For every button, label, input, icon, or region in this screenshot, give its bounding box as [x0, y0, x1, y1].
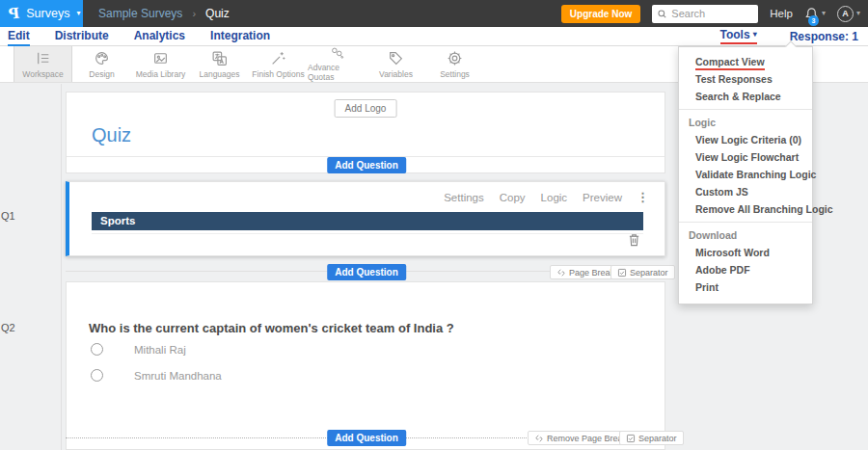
toolbar-item-label: Advance Quotas: [308, 63, 366, 82]
chevron-down-icon: ▾: [76, 10, 80, 17]
separator-button-bottom[interactable]: Separator: [619, 431, 684, 445]
menu-item-validate-branching-logic[interactable]: Validate Branching Logic: [679, 166, 812, 183]
question-gutter-q1: Q1: [1, 210, 15, 222]
response-count[interactable]: Response: 1: [790, 30, 858, 43]
settings-icon: [447, 50, 463, 66]
question-copy-link[interactable]: Copy: [500, 192, 526, 203]
product-name: Surveys: [26, 7, 69, 20]
question-action-bar: Settings Copy Logic Preview: [444, 192, 622, 203]
toolbar-item-finish-options[interactable]: Finish Options: [249, 46, 308, 82]
add-question-button-bottom[interactable]: Add Question: [327, 430, 406, 446]
global-search: [652, 5, 758, 23]
toolbar-item-label: Settings: [440, 69, 470, 79]
design-icon: [94, 50, 110, 66]
answer-option-row[interactable]: Mithali Raj: [91, 343, 186, 356]
help-link[interactable]: Help: [770, 8, 793, 19]
remove-page-break-button[interactable]: Remove Page Break: [528, 431, 634, 445]
menu-item-adobe-pdf[interactable]: Adobe PDF: [679, 261, 812, 278]
question-gutter-q2: Q2: [1, 322, 15, 333]
menu-item-view-logic-criteria[interactable]: View Logic Criteria (0): [679, 131, 812, 148]
toolbar-item-workspace[interactable]: Workspace: [14, 46, 72, 82]
separator-button-top[interactable]: Separator: [610, 265, 675, 279]
breadcrumb-parent[interactable]: Sample Surveys: [98, 7, 182, 20]
page-break-icon: [534, 434, 544, 443]
breadcrumb: Sample Surveys › Quiz: [98, 7, 230, 20]
page-break-icon: [556, 268, 566, 278]
survey-nav: Edit Distribute Analytics Integration To…: [0, 27, 868, 46]
workspace-icon: [35, 50, 51, 66]
question-logic-link[interactable]: Logic: [541, 192, 568, 203]
radio-button-icon[interactable]: [91, 369, 103, 382]
nav-tab-distribute[interactable]: Distribute: [55, 27, 109, 46]
question-block-q1[interactable]: Settings Copy Logic Preview ⋮ Sports: [66, 181, 665, 256]
toolbar-item-label: Finish Options: [252, 69, 304, 79]
add-logo-button[interactable]: Add Logo: [335, 99, 397, 118]
menu-item-test-responses[interactable]: Test Responses: [679, 70, 812, 88]
toolbar-item-variables[interactable]: Variables: [366, 46, 425, 82]
toolbar-item-label: Languages: [199, 69, 239, 79]
tools-menu-button[interactable]: Tools▾: [720, 28, 757, 44]
notification-count-badge: 3: [808, 15, 819, 26]
toolbar-item-label: Media Library: [136, 69, 186, 79]
answer-option-label: Smruti Mandhana: [134, 370, 222, 382]
nav-tab-edit[interactable]: Edit: [8, 27, 30, 46]
toolbar-item-languages[interactable]: Languages: [190, 46, 249, 82]
account-menu[interactable]: A ▾: [837, 6, 860, 22]
trash-icon: [628, 233, 640, 247]
search-input[interactable]: [671, 8, 748, 19]
variables-icon: [388, 50, 404, 66]
nav-tab-analytics[interactable]: Analytics: [134, 27, 185, 46]
compact-view-label: Compact View: [695, 56, 765, 70]
tools-label: Tools: [720, 28, 750, 41]
avatar: A: [837, 6, 854, 22]
question-block-q2[interactable]: Who is the current captain of women's cr…: [66, 281, 665, 450]
section-underline: [92, 233, 643, 234]
toolbar-item-label: Variables: [379, 69, 413, 79]
toolbar-item-design[interactable]: Design: [72, 46, 131, 82]
add-question-button-top[interactable]: Add Question: [327, 157, 406, 173]
menu-item-microsoft-word[interactable]: Microsoft Word: [679, 244, 812, 261]
menu-divider: [679, 222, 812, 223]
menu-item-custom-js[interactable]: Custom JS: [679, 183, 812, 200]
separator-icon: [626, 434, 636, 443]
chevron-down-icon: ▾: [856, 10, 860, 17]
languages-icon: [211, 50, 228, 66]
toolbar-item-media-library[interactable]: Media Library: [131, 46, 190, 82]
toolbar-item-settings[interactable]: Settings: [425, 46, 484, 82]
canvas-left-divider: [61, 84, 62, 450]
question-settings-link[interactable]: Settings: [444, 192, 484, 203]
menu-item-view-logic-flowchart[interactable]: View Logic Flowchart: [679, 148, 812, 166]
kebab-menu-icon[interactable]: ⋮: [637, 190, 649, 204]
radio-button-icon[interactable]: [91, 343, 103, 356]
menu-section-download: Download: [679, 226, 812, 244]
delete-question-button[interactable]: [628, 233, 640, 251]
questionpro-logo: P: [8, 4, 20, 22]
surveys-product-menu[interactable]: P Surveys ▾: [0, 0, 83, 27]
page-break-label: Page Break: [569, 268, 614, 278]
finish-options-icon: [270, 50, 286, 66]
menu-item-remove-all-branching-logic[interactable]: Remove All Branching Logic: [679, 200, 812, 218]
search-icon: [657, 9, 667, 19]
menu-item-search-replace[interactable]: Search & Replace: [679, 88, 812, 105]
nav-tab-integration[interactable]: Integration: [210, 27, 270, 46]
toolbar-item-advance-quotas[interactable]: Advance Quotas: [308, 46, 366, 82]
menu-section-logic: Logic: [679, 114, 812, 131]
chevron-down-icon: ▾: [822, 10, 826, 17]
section-title-bar[interactable]: Sports: [92, 212, 643, 230]
menu-item-print[interactable]: Print: [679, 278, 812, 296]
add-question-button-middle[interactable]: Add Question: [327, 264, 406, 280]
toolbar-item-label: Design: [89, 69, 114, 79]
menu-item-compact-view[interactable]: Compact View: [679, 53, 812, 70]
notifications-button[interactable]: 3 ▾: [804, 7, 826, 21]
chevron-down-icon: ▾: [753, 31, 757, 39]
tools-dropdown-menu: Compact View Test Responses Search & Rep…: [678, 46, 813, 304]
breadcrumb-separator: ›: [192, 8, 196, 19]
separator-label: Separator: [638, 434, 677, 443]
upgrade-now-button[interactable]: Upgrade Now: [561, 5, 640, 23]
answer-option-row[interactable]: Smruti Mandhana: [91, 369, 222, 382]
survey-title[interactable]: Quiz: [92, 124, 131, 146]
question-text[interactable]: Who is the current captain of women's cr…: [89, 321, 454, 335]
survey-builder-screen: P Surveys ▾ Sample Surveys › Quiz Upgrad…: [0, 0, 868, 450]
remove-page-break-label: Remove Page Break: [547, 434, 627, 443]
question-preview-link[interactable]: Preview: [583, 192, 622, 203]
